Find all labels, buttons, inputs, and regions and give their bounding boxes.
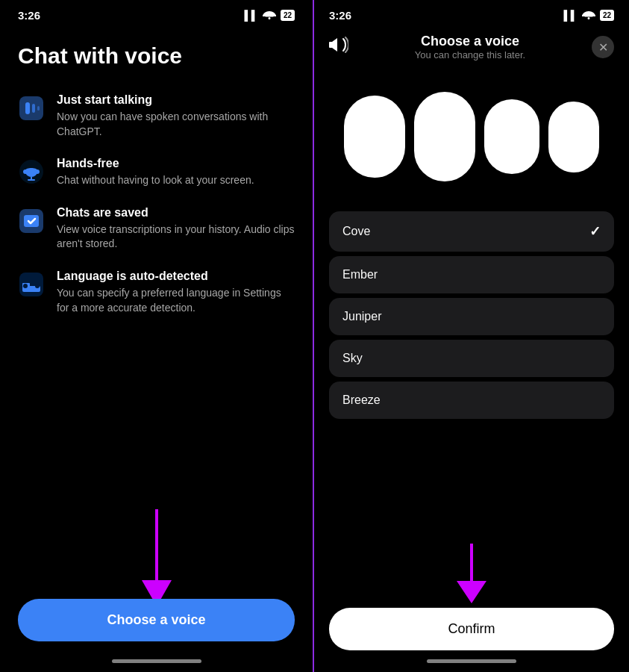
arrow-indicator-right (329, 544, 614, 603)
voice-option-breeze[interactable]: Breeze (329, 382, 614, 419)
svg-point-14 (23, 284, 28, 288)
feature-title-3: Language is auto-detected (57, 270, 295, 283)
home-indicator-left (112, 659, 201, 663)
time-right: 3:26 (329, 9, 351, 22)
voice-option-cove[interactable]: Cove ✓ (329, 211, 614, 252)
feature-icon-1 (18, 158, 45, 185)
feature-item-0: Just start talking Now you can have spok… (18, 93, 295, 139)
choose-voice-button[interactable]: Choose a voice (18, 599, 295, 641)
feature-text-2: Chats are saved View voice transcription… (57, 206, 295, 252)
voice-option-label-juniper: Juniper (342, 310, 381, 323)
feature-text-1: Hands-free Chat without having to look a… (57, 157, 254, 188)
feature-desc-3: You can specify a preferred language in … (57, 286, 295, 315)
status-bar-right: 3:26 ▌▌ 22 (329, 0, 614, 28)
voice-option-sky[interactable]: Sky (329, 340, 614, 377)
feature-item-1: Hands-free Chat without having to look a… (18, 157, 295, 188)
voice-chooser-title: Choose a voice (348, 34, 592, 49)
voice-option-label-ember: Ember (342, 268, 378, 281)
svg-marker-19 (457, 581, 486, 603)
voice-option-juniper[interactable]: Juniper (329, 298, 614, 335)
voice-bubble-3 (484, 99, 539, 174)
feature-list: Just start talking Now you can have spok… (18, 93, 295, 502)
wifi-icon (263, 9, 276, 22)
voice-chooser-title-group: Choose a voice You can change this later… (348, 34, 592, 60)
feature-title-1: Hands-free (57, 157, 254, 170)
confirm-button[interactable]: Confirm (329, 608, 614, 650)
voice-option-label-cove: Cove (342, 225, 370, 238)
close-button[interactable]: ✕ (592, 36, 614, 58)
feature-desc-2: View voice transcriptions in your histor… (57, 223, 295, 252)
svg-point-6 (35, 169, 40, 174)
status-icons-right: ▌▌ 22 (563, 9, 614, 22)
voice-option-label-breeze: Breeze (342, 393, 381, 407)
left-panel: 3:26 ▌▌ 22 Chat with voice Ju (0, 0, 314, 672)
home-indicator-right (427, 659, 516, 663)
status-icons-left: ▌▌ 22 (244, 9, 295, 22)
voice-bubble-1 (344, 96, 405, 178)
feature-title-2: Chats are saved (57, 206, 295, 220)
battery-left: 22 (281, 10, 295, 21)
svg-point-5 (23, 169, 28, 174)
battery-right: 22 (600, 10, 614, 21)
voice-options-list: Cove ✓ Ember Juniper Sky Breeze (329, 211, 614, 544)
voice-bubbles (329, 69, 614, 211)
voice-option-ember[interactable]: Ember (329, 256, 614, 293)
voice-chooser-subtitle: You can change this later. (348, 49, 592, 60)
feature-text-0: Just start talking Now you can have spok… (57, 93, 295, 139)
svg-rect-2 (32, 104, 35, 113)
feature-item-2: Chats are saved View voice transcription… (18, 206, 295, 252)
speaker-icon (329, 37, 348, 57)
feature-title-0: Just start talking (57, 93, 295, 107)
feature-icon-3 (18, 271, 45, 298)
signal-icon: ▌▌ (244, 10, 257, 21)
voice-chooser-header: Choose a voice You can change this later… (329, 28, 614, 66)
voice-bubble-4 (548, 102, 599, 172)
status-bar-left: 3:26 ▌▌ 22 (18, 0, 295, 28)
time-left: 3:26 (18, 9, 40, 22)
svg-rect-8 (28, 179, 35, 181)
voice-option-label-sky: Sky (342, 352, 363, 365)
feature-text-3: Language is auto-detected You can specif… (57, 270, 295, 315)
feature-icon-2 (18, 208, 45, 234)
svg-point-15 (35, 284, 40, 288)
confirm-area: Confirm (329, 608, 614, 650)
right-panel: 3:26 ▌▌ 22 Choose a voice You can change… (314, 0, 629, 672)
page-title: Chat with voice (18, 43, 295, 69)
arrow-indicator-left (18, 509, 295, 606)
feature-desc-1: Chat without having to look at your scre… (57, 173, 254, 188)
wifi-icon-right (582, 9, 595, 22)
feature-icon-0 (18, 95, 45, 122)
svg-rect-1 (25, 102, 30, 114)
checkmark-cove: ✓ (589, 223, 601, 240)
svg-rect-3 (37, 106, 40, 111)
feature-item-3: Language is auto-detected You can specif… (18, 270, 295, 315)
feature-desc-0: Now you can have spoken conversations wi… (57, 110, 295, 139)
voice-bubble-2 (414, 92, 475, 181)
svg-rect-0 (19, 96, 43, 120)
signal-icon-right: ▌▌ (563, 10, 577, 21)
svg-rect-10 (24, 215, 39, 227)
